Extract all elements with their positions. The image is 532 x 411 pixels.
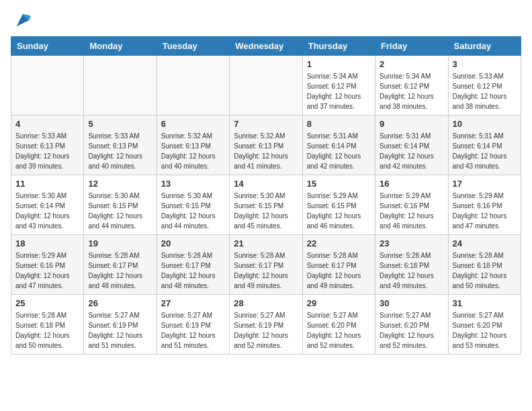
calendar-cell — [230, 56, 302, 116]
day-info: Sunrise: 5:29 AM Sunset: 6:15 PM Dayligh… — [307, 191, 371, 231]
calendar-cell: 22Sunrise: 5:28 AM Sunset: 6:17 PM Dayli… — [302, 235, 375, 295]
calendar-cell — [11, 56, 84, 116]
day-info: Sunrise: 5:27 AM Sunset: 6:20 PM Dayligh… — [380, 310, 443, 351]
calendar-cell: 26Sunrise: 5:27 AM Sunset: 6:19 PM Dayli… — [84, 295, 157, 355]
day-number: 26 — [88, 298, 152, 308]
weekday-header-monday: Monday — [84, 37, 157, 56]
weekday-header-row: SundayMondayTuesdayWednesdayThursdayFrid… — [11, 37, 521, 56]
day-number: 17 — [453, 179, 517, 189]
calendar-cell: 28Sunrise: 5:27 AM Sunset: 6:19 PM Dayli… — [230, 295, 302, 355]
day-number: 22 — [307, 238, 371, 248]
day-info: Sunrise: 5:27 AM Sunset: 6:19 PM Dayligh… — [161, 310, 225, 351]
calendar-cell: 31Sunrise: 5:27 AM Sunset: 6:20 PM Dayli… — [448, 295, 521, 355]
day-number: 7 — [234, 119, 298, 129]
weekday-header-sunday: Sunday — [11, 37, 84, 56]
day-info: Sunrise: 5:32 AM Sunset: 6:13 PM Dayligh… — [161, 131, 225, 171]
calendar-cell: 20Sunrise: 5:28 AM Sunset: 6:17 PM Dayli… — [157, 235, 229, 295]
calendar-cell: 2Sunrise: 5:34 AM Sunset: 6:12 PM Daylig… — [375, 56, 448, 116]
calendar-cell: 27Sunrise: 5:27 AM Sunset: 6:19 PM Dayli… — [157, 295, 229, 355]
calendar-cell: 7Sunrise: 5:32 AM Sunset: 6:13 PM Daylig… — [230, 116, 302, 175]
calendar-cell: 3Sunrise: 5:33 AM Sunset: 6:12 PM Daylig… — [448, 56, 521, 116]
day-number: 24 — [453, 238, 517, 248]
weekday-header-wednesday: Wednesday — [230, 37, 302, 56]
day-number: 6 — [161, 119, 225, 129]
calendar-cell: 13Sunrise: 5:30 AM Sunset: 6:15 PM Dayli… — [157, 175, 229, 235]
day-info: Sunrise: 5:30 AM Sunset: 6:15 PM Dayligh… — [234, 191, 298, 231]
logo-icon — [13, 11, 32, 30]
day-info: Sunrise: 5:31 AM Sunset: 6:14 PM Dayligh… — [453, 131, 517, 171]
weekday-header-saturday: Saturday — [448, 37, 521, 56]
calendar-cell: 10Sunrise: 5:31 AM Sunset: 6:14 PM Dayli… — [448, 116, 521, 175]
day-info: Sunrise: 5:28 AM Sunset: 6:17 PM Dayligh… — [88, 250, 152, 291]
calendar-cell: 23Sunrise: 5:28 AM Sunset: 6:18 PM Dayli… — [375, 235, 448, 295]
page-header — [11, 11, 521, 30]
day-number: 20 — [161, 238, 225, 248]
calendar-cell: 29Sunrise: 5:27 AM Sunset: 6:20 PM Dayli… — [302, 295, 375, 355]
day-number: 2 — [380, 59, 443, 69]
calendar-cell: 15Sunrise: 5:29 AM Sunset: 6:15 PM Dayli… — [302, 175, 375, 235]
day-info: Sunrise: 5:30 AM Sunset: 6:15 PM Dayligh… — [161, 191, 225, 231]
weekday-header-thursday: Thursday — [302, 37, 375, 56]
calendar-cell: 6Sunrise: 5:32 AM Sunset: 6:13 PM Daylig… — [157, 116, 229, 175]
week-row-5: 25Sunrise: 5:28 AM Sunset: 6:18 PM Dayli… — [11, 295, 521, 355]
day-info: Sunrise: 5:31 AM Sunset: 6:14 PM Dayligh… — [307, 131, 371, 171]
day-number: 1 — [307, 59, 371, 69]
calendar-cell: 21Sunrise: 5:28 AM Sunset: 6:17 PM Dayli… — [230, 235, 302, 295]
day-info: Sunrise: 5:28 AM Sunset: 6:17 PM Dayligh… — [307, 250, 371, 291]
day-number: 29 — [307, 298, 371, 308]
day-number: 14 — [234, 179, 298, 189]
day-info: Sunrise: 5:33 AM Sunset: 6:12 PM Dayligh… — [453, 71, 517, 111]
calendar-cell: 14Sunrise: 5:30 AM Sunset: 6:15 PM Dayli… — [230, 175, 302, 235]
day-number: 18 — [15, 238, 79, 248]
calendar-cell: 4Sunrise: 5:33 AM Sunset: 6:13 PM Daylig… — [11, 116, 84, 175]
day-info: Sunrise: 5:29 AM Sunset: 6:16 PM Dayligh… — [453, 191, 517, 231]
day-info: Sunrise: 5:28 AM Sunset: 6:18 PM Dayligh… — [453, 250, 517, 291]
calendar-cell: 11Sunrise: 5:30 AM Sunset: 6:14 PM Dayli… — [11, 175, 84, 235]
day-number: 19 — [88, 238, 152, 248]
calendar-cell: 18Sunrise: 5:29 AM Sunset: 6:16 PM Dayli… — [11, 235, 84, 295]
calendar-cell: 12Sunrise: 5:30 AM Sunset: 6:15 PM Dayli… — [84, 175, 157, 235]
day-info: Sunrise: 5:27 AM Sunset: 6:19 PM Dayligh… — [234, 310, 298, 351]
calendar-cell — [157, 56, 229, 116]
day-number: 12 — [88, 179, 152, 189]
calendar-table: SundayMondayTuesdayWednesdayThursdayFrid… — [11, 36, 521, 355]
day-number: 3 — [453, 59, 517, 69]
day-number: 27 — [161, 298, 225, 308]
logo — [11, 11, 32, 30]
day-number: 30 — [380, 298, 443, 308]
day-info: Sunrise: 5:28 AM Sunset: 6:17 PM Dayligh… — [161, 250, 225, 291]
calendar-cell: 8Sunrise: 5:31 AM Sunset: 6:14 PM Daylig… — [302, 116, 375, 175]
day-info: Sunrise: 5:30 AM Sunset: 6:15 PM Dayligh… — [88, 191, 152, 231]
weekday-header-tuesday: Tuesday — [157, 37, 229, 56]
day-info: Sunrise: 5:28 AM Sunset: 6:18 PM Dayligh… — [380, 250, 443, 291]
day-number: 10 — [453, 119, 517, 129]
day-number: 11 — [15, 179, 79, 189]
day-info: Sunrise: 5:27 AM Sunset: 6:19 PM Dayligh… — [88, 310, 152, 351]
day-info: Sunrise: 5:29 AM Sunset: 6:16 PM Dayligh… — [15, 250, 79, 291]
calendar-cell: 25Sunrise: 5:28 AM Sunset: 6:18 PM Dayli… — [11, 295, 84, 355]
week-row-4: 18Sunrise: 5:29 AM Sunset: 6:16 PM Dayli… — [11, 235, 521, 295]
day-number: 21 — [234, 238, 298, 248]
calendar-cell: 5Sunrise: 5:33 AM Sunset: 6:13 PM Daylig… — [84, 116, 157, 175]
day-info: Sunrise: 5:34 AM Sunset: 6:12 PM Dayligh… — [307, 71, 371, 111]
day-info: Sunrise: 5:28 AM Sunset: 6:17 PM Dayligh… — [234, 250, 298, 291]
day-info: Sunrise: 5:27 AM Sunset: 6:20 PM Dayligh… — [453, 310, 517, 351]
calendar-cell: 19Sunrise: 5:28 AM Sunset: 6:17 PM Dayli… — [84, 235, 157, 295]
weekday-header-friday: Friday — [375, 37, 448, 56]
day-number: 23 — [380, 238, 443, 248]
calendar-cell — [84, 56, 157, 116]
day-number: 9 — [380, 119, 443, 129]
day-number: 8 — [307, 119, 371, 129]
day-number: 15 — [307, 179, 371, 189]
day-info: Sunrise: 5:33 AM Sunset: 6:13 PM Dayligh… — [15, 131, 79, 171]
day-info: Sunrise: 5:28 AM Sunset: 6:18 PM Dayligh… — [15, 310, 79, 351]
day-info: Sunrise: 5:34 AM Sunset: 6:12 PM Dayligh… — [380, 71, 443, 111]
calendar-cell: 1Sunrise: 5:34 AM Sunset: 6:12 PM Daylig… — [302, 56, 375, 116]
calendar-cell: 30Sunrise: 5:27 AM Sunset: 6:20 PM Dayli… — [375, 295, 448, 355]
day-info: Sunrise: 5:27 AM Sunset: 6:20 PM Dayligh… — [307, 310, 371, 351]
day-number: 28 — [234, 298, 298, 308]
calendar-cell: 9Sunrise: 5:31 AM Sunset: 6:14 PM Daylig… — [375, 116, 448, 175]
day-number: 25 — [15, 298, 79, 308]
day-number: 5 — [88, 119, 152, 129]
day-info: Sunrise: 5:29 AM Sunset: 6:16 PM Dayligh… — [380, 191, 443, 231]
